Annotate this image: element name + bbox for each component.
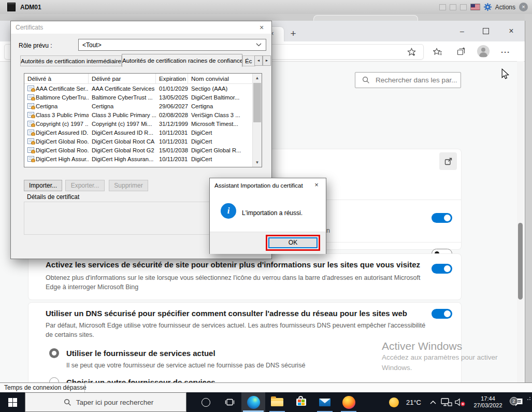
tab-publishers[interactable]: Éc [242,55,255,66]
intended-purpose-dropdown[interactable]: <Tout> [78,39,266,51]
tab-scroll-left-icon[interactable]: ◄ [254,55,263,66]
table-scrollbar[interactable]: ▲ ▼ [252,74,262,167]
mail-icon [319,399,330,406]
external-link-button[interactable] [439,152,457,170]
scroll-up-icon[interactable]: ▲ [253,74,262,82]
taskbar-clock[interactable]: 17:44 27/03/2022 [468,395,508,409]
more-menu-icon[interactable]: ··· [500,47,511,57]
collections-icon[interactable] [456,47,466,57]
info-icon: i [221,203,236,219]
delete-button[interactable]: Supprimer [109,180,148,191]
network-tray-button[interactable] [440,398,453,406]
import-wizard-dialog: Assistant Importation du certificat × i … [209,178,326,254]
ok-button[interactable]: OK [268,237,318,248]
tab-trusted-root-authorities[interactable]: Autorités de certification racines de co… [122,54,242,67]
search-icon [362,76,370,84]
table-row[interactable]: DigiCert Global Roo...DigiCert Global Ro… [24,146,262,154]
column-expiration[interactable]: Expiration [156,74,188,84]
actions-menu[interactable]: Actions [495,4,515,11]
profile-avatar[interactable] [477,45,490,58]
radio-current-provider[interactable] [49,348,59,358]
table-cell: 10/11/2031 [156,138,188,145]
scroll-down-icon[interactable]: ▼ [253,158,262,167]
taskbar-explorer-button[interactable] [265,392,289,412]
minimize-button[interactable]: – [450,23,474,39]
table-row[interactable]: CertignaCertigna29/06/2027Certigna [24,102,262,110]
task-view-button[interactable] [218,392,241,412]
taskbar-mail-button[interactable] [313,392,337,412]
dialog-close-icon[interactable]: × [252,21,271,34]
table-row[interactable]: DigiCert High Assur...DigiCert High Assu… [24,154,262,163]
tab-intermediate-authorities[interactable]: Autorités de certification intermédiaire… [20,55,122,66]
cortana-icon [202,398,210,407]
activation-watermark: Activer Windows Accédez aux paramètres p… [382,340,498,373]
table-scrollbar-thumb[interactable] [253,83,261,122]
column-friendly-name[interactable]: Nom convivial [188,74,253,84]
tray-expand-button[interactable] [426,400,440,405]
settings-search-box[interactable] [355,72,461,88]
taskbar-edge-button[interactable] [241,392,265,412]
maximize-button[interactable] [474,23,498,39]
table-cell: DigiCert Assured ID... [24,130,89,136]
tab-scroll-right-icon[interactable]: ► [263,55,271,66]
table-cell: DigiCert Assured ID R... [89,130,156,136]
close-session-icon[interactable]: × [519,3,528,11]
watermark-line2: Accédez aux paramètres pour activer [382,352,498,363]
table-cell: Sectigo (AAA) [188,86,253,92]
status-separator [84,383,85,392]
export-button[interactable]: Exporter... [65,180,105,191]
cortana-button[interactable] [194,392,218,412]
taskbar-search-box[interactable]: Taper ici pour rechercher [25,392,186,412]
external-link-icon [444,157,453,166]
table-row[interactable]: Baltimore CyberTru...Baltimore CyberTrus… [24,93,262,102]
table-cell: Class 3 Public Prima... [24,112,89,118]
table-cell: Copyright (c) 1997 ... [24,121,89,127]
windows-logo-icon [8,398,17,407]
table-row[interactable]: DigiCert Assured ID...DigiCert Assured I… [24,128,262,137]
smartscreen-toggle[interactable] [432,213,452,223]
table-row[interactable]: Copyright (c) 1997 ...Copyright (c) 1997… [24,119,262,128]
table-cell: Baltimore CyberTru... [24,94,89,101]
dns-toggle[interactable] [432,309,452,319]
taskbar-firefox-button[interactable] [337,392,361,412]
firefox-icon [342,396,355,409]
certificate-icon [27,156,34,162]
table-row[interactable]: AAA Certificate Ser...AAA Certificate Se… [24,84,262,93]
minimize-icon: – [460,27,464,35]
column-issued-to[interactable]: Délivré à [24,74,89,84]
taskbar-search-placeholder: Taper ici pour rechercher [76,399,153,406]
table-cell: DigiCert Baltimor... [188,94,253,101]
weather-temperature[interactable]: 21°C [406,399,421,406]
taskbar: Taper ici pour rechercher [0,392,532,412]
clock-time: 17:44 [468,395,508,403]
weather-button[interactable] [386,397,402,407]
session-fullscreen-icon[interactable] [460,4,467,10]
remote-session-titlebar: ADM01 Actions × [0,0,532,15]
site-safety-toggle[interactable] [432,264,452,274]
table-cell: 13/05/2025 [156,94,188,101]
close-button[interactable]: × [499,23,523,39]
page-scrollbar-thumb[interactable] [518,223,523,300]
gear-icon[interactable] [484,3,492,11]
session-minimize-icon[interactable] [439,4,446,10]
wizard-close-icon[interactable]: × [307,178,326,192]
import-button[interactable]: Importer... [24,180,62,191]
table-row[interactable]: DigiCert Global Roo...DigiCert Global Ro… [24,137,262,146]
session-restore-icon[interactable] [450,4,456,10]
taskbar-store-button[interactable] [289,392,313,412]
volume-tray-button[interactable] [453,398,467,406]
certificate-icon [27,94,34,100]
table-row[interactable]: Class 3 Public Prima...Class 3 Public Pr… [24,110,262,119]
start-button[interactable] [0,392,25,412]
add-favorite-icon[interactable] [406,47,416,57]
favorites-icon[interactable] [433,47,443,57]
edge-icon [247,396,260,409]
radio-current-label: Utiliser le fournisseur de services actu… [66,349,215,358]
certificate-icon [27,86,34,91]
new-tab-button[interactable]: + [287,27,299,40]
notification-center-button[interactable]: 2 [509,397,527,407]
column-issued-by[interactable]: Délivré par [89,74,156,84]
settings-search-input[interactable] [375,76,459,84]
cert-table-rows: AAA Certificate Ser...AAA Certificate Se… [24,84,262,163]
table-cell: DigiCert Global Roo... [24,138,89,145]
